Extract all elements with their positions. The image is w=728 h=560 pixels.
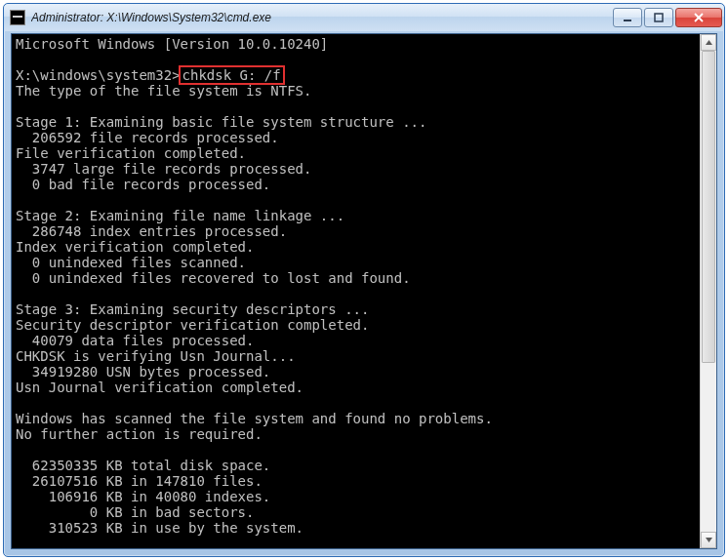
line-fstype: The type of the file system is NTFS. bbox=[16, 83, 311, 99]
line-prompt: X:\windows\system32> bbox=[16, 67, 181, 83]
client-area: Microsoft Windows [Version 10.0.10240] X… bbox=[11, 33, 717, 549]
maximize-icon bbox=[654, 13, 664, 22]
line-stage1-title: Stage 1: Examining basic file system str… bbox=[16, 114, 426, 130]
line-version: Microsoft Windows [Version 10.0.10240] bbox=[16, 36, 328, 52]
line-stage1-1: 206592 file records processed. bbox=[16, 130, 279, 145]
titlebar[interactable]: Administrator: X:\Windows\System32\cmd.e… bbox=[4, 4, 724, 31]
line-stage1-3: 3747 large file records processed. bbox=[16, 161, 311, 177]
line-stats-4: 0 KB in bad sectors. bbox=[16, 504, 254, 520]
line-stage2-1: 286748 index entries processed. bbox=[16, 223, 287, 239]
line-stage3-4: 34919280 USN bytes processed. bbox=[16, 364, 270, 380]
line-stage3-title: Stage 3: Examining security descriptors … bbox=[16, 301, 369, 317]
line-stage2-3: 0 unindexed files scanned. bbox=[16, 255, 246, 270]
maximize-button[interactable] bbox=[644, 8, 673, 27]
window-title: Administrator: X:\Windows\System32\cmd.e… bbox=[31, 11, 611, 24]
scroll-track[interactable] bbox=[701, 51, 716, 532]
minimize-icon bbox=[623, 13, 632, 22]
console-output[interactable]: Microsoft Windows [Version 10.0.10240] X… bbox=[12, 34, 700, 548]
scroll-down-button[interactable] bbox=[701, 532, 716, 548]
line-stage2-title: Stage 2: Examining file name linkage ... bbox=[16, 208, 344, 223]
line-stage3-5: Usn Journal verification completed. bbox=[16, 380, 303, 395]
close-icon bbox=[693, 13, 705, 22]
line-stage1-2: File verification completed. bbox=[16, 145, 246, 161]
line-stage3-2: 40079 data files processed. bbox=[16, 333, 254, 348]
scroll-thumb[interactable] bbox=[702, 51, 715, 363]
svg-marker-4 bbox=[706, 40, 712, 45]
line-stats-2: 26107516 KB in 147810 files. bbox=[16, 473, 263, 489]
line-stage1-4: 0 bad file records processed. bbox=[16, 177, 270, 192]
chevron-down-icon bbox=[705, 536, 713, 544]
scroll-up-button[interactable] bbox=[701, 34, 716, 51]
line-summary-1: Windows has scanned the file system and … bbox=[16, 411, 493, 426]
line-stats-5: 310523 KB in use by the system. bbox=[16, 520, 303, 536]
minimize-button[interactable] bbox=[613, 8, 642, 27]
chevron-up-icon bbox=[705, 38, 713, 47]
svg-rect-0 bbox=[624, 20, 631, 21]
line-stage2-4: 0 unindexed files recovered to lost and … bbox=[16, 270, 411, 286]
close-button[interactable] bbox=[675, 8, 722, 27]
line-stage2-2: Index verification completed. bbox=[16, 239, 254, 255]
window-controls bbox=[611, 8, 722, 27]
line-stats-1: 62350335 KB total disk space. bbox=[16, 458, 270, 473]
line-summary-2: No further action is required. bbox=[16, 426, 263, 442]
cmd-icon bbox=[10, 10, 25, 25]
cmd-window: Administrator: X:\Windows\System32\cmd.e… bbox=[3, 3, 725, 557]
line-stage3-3: CHKDSK is verifying Usn Journal... bbox=[16, 348, 296, 364]
svg-marker-5 bbox=[706, 538, 712, 542]
svg-rect-1 bbox=[655, 14, 663, 21]
vertical-scrollbar[interactable] bbox=[700, 34, 716, 548]
highlighted-command: chkdsk G: /f bbox=[179, 65, 285, 85]
line-stage3-1: Security descriptor verification complet… bbox=[16, 317, 369, 333]
line-stats-3: 106916 KB in 40080 indexes. bbox=[16, 489, 270, 504]
